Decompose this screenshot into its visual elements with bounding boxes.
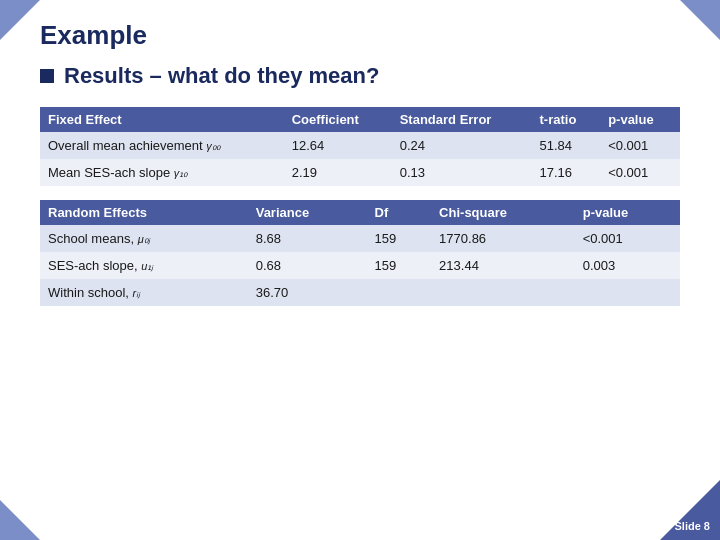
random-row-3: Within school, rᵢⱼ 36.70 xyxy=(40,279,680,306)
fixed-row2-label-sub: γ₁₀ xyxy=(174,167,188,179)
fixed-row2-coeff: 2.19 xyxy=(284,159,392,186)
random-header-col4: Chi-square xyxy=(431,200,575,225)
fixed-row2-label-text: Mean SES-ach slope xyxy=(48,165,170,180)
fixed-row1-tratio: 51.84 xyxy=(532,132,601,159)
random-row3-df xyxy=(367,279,432,306)
random-row3-label-sub: rᵢⱼ xyxy=(133,287,141,299)
random-row2-label-text: SES-ach slope, xyxy=(48,258,138,273)
random-row3-pvalue xyxy=(575,279,680,306)
bullet-icon xyxy=(40,69,54,83)
fixed-row2-label: Mean SES-ach slope γ₁₀ xyxy=(40,159,284,186)
random-row3-label-text: Within school, xyxy=(48,285,129,300)
slide-content: Example Results – what do they mean? Fix… xyxy=(40,20,680,320)
fixed-row2-tratio: 17.16 xyxy=(532,159,601,186)
subtitle-row: Results – what do they mean? xyxy=(40,63,680,89)
fixed-row-1: Overall mean achievement γ₀₀ 12.64 0.24 … xyxy=(40,132,680,159)
random-row1-df: 159 xyxy=(367,225,432,252)
random-row2-pvalue: 0.003 xyxy=(575,252,680,279)
fixed-row-2: Mean SES-ach slope γ₁₀ 2.19 0.13 17.16 <… xyxy=(40,159,680,186)
random-row-1: School means, μ₀ⱼ 8.68 159 1770.86 <0.00… xyxy=(40,225,680,252)
subtitle-text: Results – what do they mean? xyxy=(64,63,379,89)
random-row3-chisq xyxy=(431,279,575,306)
random-row1-label-text: School means, xyxy=(48,231,134,246)
random-row1-variance: 8.68 xyxy=(248,225,367,252)
fixed-row1-label-sub: γ₀₀ xyxy=(206,140,220,152)
random-row1-pvalue: <0.001 xyxy=(575,225,680,252)
random-header-col2: Variance xyxy=(248,200,367,225)
slide-number: Slide 8 xyxy=(675,520,710,532)
fixed-row1-label-text: Overall mean achievement xyxy=(48,138,203,153)
fixed-header-col5: p-value xyxy=(600,107,680,132)
fixed-row1-stderr: 0.24 xyxy=(392,132,532,159)
random-row2-label-sub: u₁ⱼ xyxy=(141,260,153,272)
random-row1-chisq: 1770.86 xyxy=(431,225,575,252)
fixed-row1-pvalue: <0.001 xyxy=(600,132,680,159)
random-row2-label: SES-ach slope, u₁ⱼ xyxy=(40,252,248,279)
random-row1-label-sub: μ₀ⱼ xyxy=(138,233,150,245)
corner-decoration-tr xyxy=(680,0,720,40)
random-effects-table: Random Effects Variance Df Chi-square p-… xyxy=(40,200,680,306)
fixed-effects-table: Fixed Effect Coefficient Standard Error … xyxy=(40,107,680,186)
fixed-row1-label: Overall mean achievement γ₀₀ xyxy=(40,132,284,159)
fixed-row2-pvalue: <0.001 xyxy=(600,159,680,186)
random-header-col5: p-value xyxy=(575,200,680,225)
fixed-header-col2: Coefficient xyxy=(284,107,392,132)
random-row1-label: School means, μ₀ⱼ xyxy=(40,225,248,252)
fixed-header-col4: t-ratio xyxy=(532,107,601,132)
page-title: Example xyxy=(40,20,680,51)
fixed-header-col1: Fixed Effect xyxy=(40,107,284,132)
corner-decoration-bl xyxy=(0,500,40,540)
random-row-2: SES-ach slope, u₁ⱼ 0.68 159 213.44 0.003 xyxy=(40,252,680,279)
fixed-header-col3: Standard Error xyxy=(392,107,532,132)
random-row3-label: Within school, rᵢⱼ xyxy=(40,279,248,306)
random-header-col1: Random Effects xyxy=(40,200,248,225)
fixed-row2-stderr: 0.13 xyxy=(392,159,532,186)
random-row2-variance: 0.68 xyxy=(248,252,367,279)
random-row2-df: 159 xyxy=(367,252,432,279)
random-header-col3: Df xyxy=(367,200,432,225)
corner-decoration-tl xyxy=(0,0,40,40)
random-row3-variance: 36.70 xyxy=(248,279,367,306)
fixed-row1-coeff: 12.64 xyxy=(284,132,392,159)
random-row2-chisq: 213.44 xyxy=(431,252,575,279)
